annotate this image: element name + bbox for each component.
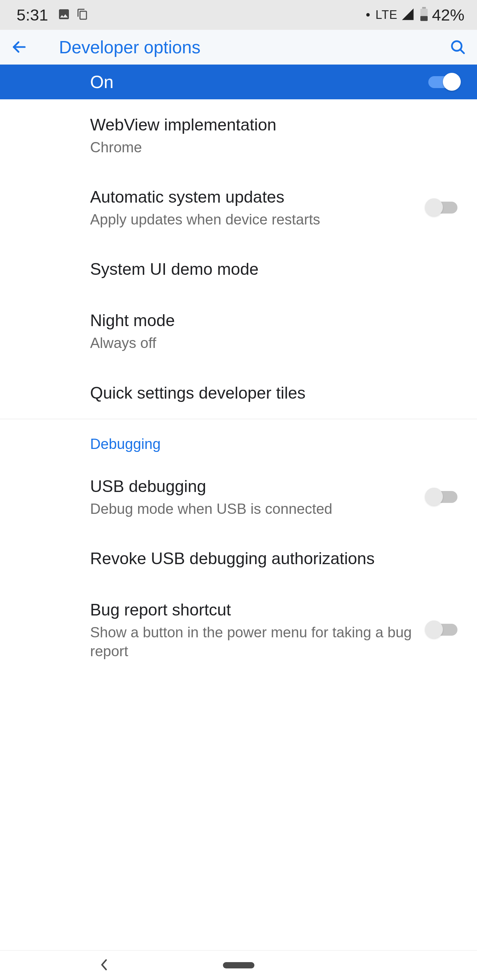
setting-automatic-system-updates[interactable]: Automatic system updates Apply updates w… — [0, 172, 477, 244]
back-button[interactable] — [9, 37, 30, 57]
svg-rect-0 — [422, 7, 426, 9]
setting-title: WebView implementation — [90, 114, 447, 136]
setting-system-ui-demo-mode[interactable]: System UI demo mode — [0, 244, 477, 295]
setting-title: Quick settings developer tiles — [90, 382, 447, 404]
setting-title: Revoke USB debugging authorizations — [90, 548, 447, 570]
setting-revoke-usb-auth[interactable]: Revoke USB debugging authorizations — [0, 533, 477, 584]
status-time: 5:31 — [17, 6, 48, 24]
chevron-left-icon — [99, 959, 109, 971]
setting-title: Bug report shortcut — [90, 599, 412, 621]
auto-updates-switch[interactable] — [426, 199, 460, 216]
section-header-debugging: Debugging — [0, 419, 477, 461]
setting-subtitle: Debug mode when USB is connected — [90, 499, 412, 518]
status-right: • LTE 42% — [366, 6, 464, 24]
signal-icon — [401, 7, 415, 22]
status-notification-icons — [57, 8, 88, 22]
nav-back-button[interactable] — [99, 959, 109, 972]
dot-indicator: • — [366, 8, 370, 22]
master-toggle-row[interactable]: On — [0, 65, 477, 99]
arrow-back-icon — [11, 39, 27, 55]
setting-title: Automatic system updates — [90, 186, 412, 208]
setting-bug-report-shortcut[interactable]: Bug report shortcut Show a button in the… — [0, 584, 477, 675]
setting-title: Night mode — [90, 310, 447, 331]
system-nav-bar — [0, 950, 477, 980]
app-bar: Developer options — [0, 30, 477, 65]
setting-subtitle: Show a button in the power menu for taki… — [90, 623, 412, 660]
page-title: Developer options — [59, 37, 447, 57]
copy-icon — [77, 8, 88, 22]
battery-icon — [420, 7, 429, 23]
setting-night-mode[interactable]: Night mode Always off — [0, 295, 477, 367]
setting-subtitle: Apply updates when device restarts — [90, 210, 412, 229]
search-icon — [450, 39, 466, 55]
svg-rect-2 — [420, 16, 428, 21]
setting-subtitle: Always off — [90, 333, 447, 352]
nav-home-pill[interactable] — [223, 962, 254, 969]
usb-debugging-switch[interactable] — [426, 488, 460, 506]
svg-line-5 — [460, 49, 464, 53]
image-icon — [57, 8, 70, 22]
setting-webview-implementation[interactable]: WebView implementation Chrome — [0, 99, 477, 172]
status-left: 5:31 — [17, 6, 88, 24]
search-button[interactable] — [447, 37, 468, 57]
settings-list: WebView implementation Chrome Automatic … — [0, 99, 477, 675]
network-type: LTE — [376, 8, 397, 22]
master-switch[interactable] — [426, 73, 460, 91]
bug-report-switch[interactable] — [426, 621, 460, 639]
status-bar: 5:31 • LTE 42% — [0, 0, 477, 30]
master-toggle-label: On — [90, 72, 113, 92]
setting-title: System UI demo mode — [90, 259, 447, 280]
setting-title: USB debugging — [90, 476, 412, 497]
battery-percent: 42% — [432, 6, 464, 24]
setting-subtitle: Chrome — [90, 138, 447, 157]
setting-usb-debugging[interactable]: USB debugging Debug mode when USB is con… — [0, 461, 477, 533]
setting-quick-settings-tiles[interactable]: Quick settings developer tiles — [0, 368, 477, 419]
